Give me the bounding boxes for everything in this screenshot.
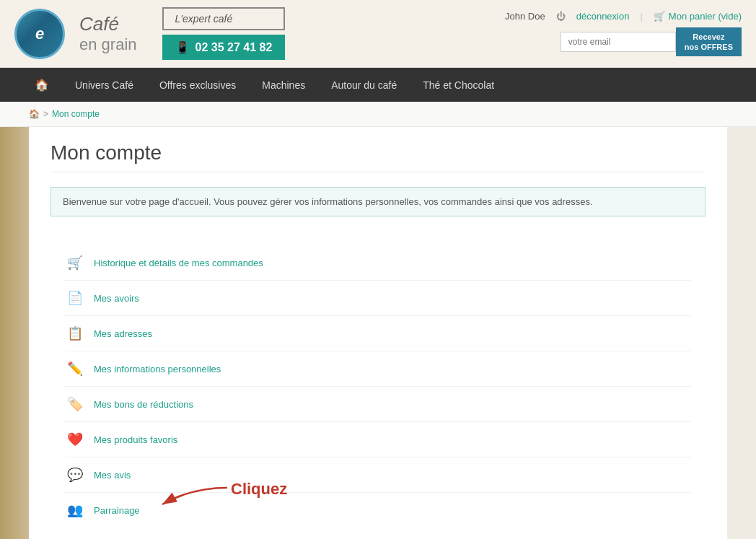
cart-icon: 🛒 [65, 253, 85, 273]
arrow-annotation [133, 484, 234, 513]
welcome-message: Bienvenue sur votre page d'accueil. Vous… [50, 187, 706, 216]
newsletter-input[interactable] [561, 32, 676, 52]
breadcrumb: 🏠 > Mon compte [0, 102, 756, 127]
list-item: ✏️ Mes informations personnelles [65, 351, 691, 387]
nav-machines[interactable]: Machines [249, 69, 318, 101]
logout-button[interactable]: déconnexion [576, 11, 630, 22]
phone-number: 02 35 27 41 82 [195, 41, 273, 54]
list-item: 🛒 Historique et détails de mes commandes [65, 245, 691, 281]
avoirs-icon: 📄 [65, 288, 85, 308]
infos-icon: ✏️ [65, 359, 85, 379]
brand-name: Café en grain [79, 13, 137, 55]
header-left: e Café en grain L'expert café 📱 02 35 27… [14, 7, 285, 60]
newsletter-form: Recevez nos OFFRES [561, 27, 742, 57]
nav-offres-exclusives[interactable]: Offres exclusives [146, 69, 249, 101]
list-item: 📄 Mes avoirs [65, 281, 691, 316]
nav-home[interactable]: 🏠 [22, 68, 62, 102]
avis-icon: 💬 [65, 465, 85, 485]
bons-icon: 🏷️ [65, 394, 85, 414]
nav-autour-cafe[interactable]: Autour du café [318, 69, 410, 101]
avis-link[interactable]: Mes avis [94, 470, 131, 481]
nav-the-chocolat[interactable]: Thé et Chocolat [410, 69, 507, 101]
list-item: 📋 Mes adresses [65, 316, 691, 351]
phone-icon: 📱 [175, 40, 190, 54]
user-name: John Doe [505, 11, 545, 22]
newsletter-button[interactable]: Recevez nos OFFRES [676, 27, 742, 57]
power-icon: ⏻ [556, 11, 566, 22]
favoris-link[interactable]: Mes produits favoris [94, 434, 177, 445]
cliquez-label: Cliquez [231, 480, 287, 499]
user-controls: John Doe ⏻ déconnexion | 🛒 Mon panier (v… [505, 11, 742, 22]
logo-icon[interactable]: e [14, 9, 65, 59]
account-menu: 🛒 Historique et détails de mes commandes… [50, 238, 706, 535]
avoirs-link[interactable]: Mes avoirs [94, 293, 139, 304]
adresses-icon: 📋 [65, 323, 85, 343]
adresses-link[interactable]: Mes adresses [94, 328, 152, 339]
cart-icon: 🛒 [654, 11, 665, 22]
cart-label: Mon panier (vide) [669, 11, 742, 22]
main-nav: 🏠 Univers Café Offres exclusives Machine… [0, 68, 756, 102]
breadcrumb-home-icon[interactable]: 🏠 [29, 109, 40, 119]
parrainage-icon: 👥 [65, 500, 85, 520]
header-right: John Doe ⏻ déconnexion | 🛒 Mon panier (v… [505, 11, 742, 57]
nav-univers-cafe[interactable]: Univers Café [62, 69, 146, 101]
list-item: 🏷️ Mes bons de réductions [65, 387, 691, 422]
cart-link[interactable]: 🛒 Mon panier (vide) [654, 11, 742, 22]
phone-button[interactable]: 📱 02 35 27 41 82 [162, 35, 286, 60]
breadcrumb-current[interactable]: Mon compte [52, 109, 100, 119]
page-title: Mon compte [50, 141, 706, 172]
main-content: Mon compte Bienvenue sur votre page d'ac… [29, 127, 727, 539]
bons-link[interactable]: Mes bons de réductions [94, 399, 193, 410]
infos-link[interactable]: Mes informations personnelles [94, 364, 221, 374]
brand-line2: en grain [79, 35, 137, 54]
site-header: e Café en grain L'expert café 📱 02 35 27… [0, 0, 756, 68]
logo-letter: e [35, 25, 44, 43]
expert-badge: L'expert café [162, 7, 286, 30]
favoris-icon: ❤️ [65, 429, 85, 450]
breadcrumb-separator: > [43, 109, 48, 119]
commandes-link[interactable]: Historique et détails de mes commandes [94, 258, 263, 268]
list-item: ❤️ Mes produits favoris [65, 422, 691, 457]
brand-line1: Café [79, 13, 137, 35]
parrainage-row: 👥 Parrainage Cliquez [65, 493, 691, 527]
